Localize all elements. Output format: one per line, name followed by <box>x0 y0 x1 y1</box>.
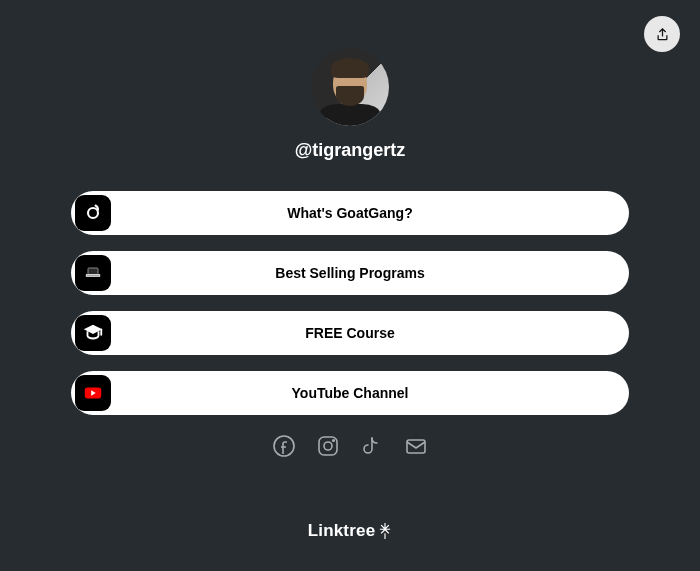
link-whats-goatgang[interactable]: What's GoatGang? <box>71 191 629 235</box>
link-label: What's GoatGang? <box>287 205 412 221</box>
social-icons <box>0 433 700 459</box>
laptop-icon <box>75 255 111 291</box>
footer-text: Linktree <box>308 521 376 541</box>
graduation-icon <box>75 315 111 351</box>
email-icon[interactable] <box>403 433 429 459</box>
linktree-footer[interactable]: Linktree <box>0 521 700 541</box>
svg-point-8 <box>333 440 335 442</box>
svg-point-0 <box>88 208 98 218</box>
svg-rect-9 <box>407 440 425 453</box>
profile-section: @tigrangertz <box>0 0 700 161</box>
username: @tigrangertz <box>295 140 406 161</box>
link-best-selling-programs[interactable]: Best Selling Programs <box>71 251 629 295</box>
facebook-icon[interactable] <box>271 433 297 459</box>
share-icon <box>655 27 670 42</box>
link-youtube-channel[interactable]: YouTube Channel <box>71 371 629 415</box>
linktree-logo-icon <box>378 523 392 539</box>
link-label: YouTube Channel <box>292 385 409 401</box>
link-label: FREE Course <box>305 325 394 341</box>
link-label: Best Selling Programs <box>275 265 424 281</box>
tiktok-icon[interactable] <box>359 433 385 459</box>
svg-point-5 <box>274 436 294 456</box>
svg-rect-2 <box>86 275 99 277</box>
link-free-course[interactable]: FREE Course <box>71 311 629 355</box>
links-container: What's GoatGang? Best Selling Programs F… <box>71 191 629 415</box>
svg-point-7 <box>324 442 332 450</box>
goat-icon <box>75 195 111 231</box>
avatar <box>311 48 389 126</box>
youtube-icon <box>75 375 111 411</box>
share-button[interactable] <box>644 16 680 52</box>
svg-rect-1 <box>88 268 98 275</box>
instagram-icon[interactable] <box>315 433 341 459</box>
